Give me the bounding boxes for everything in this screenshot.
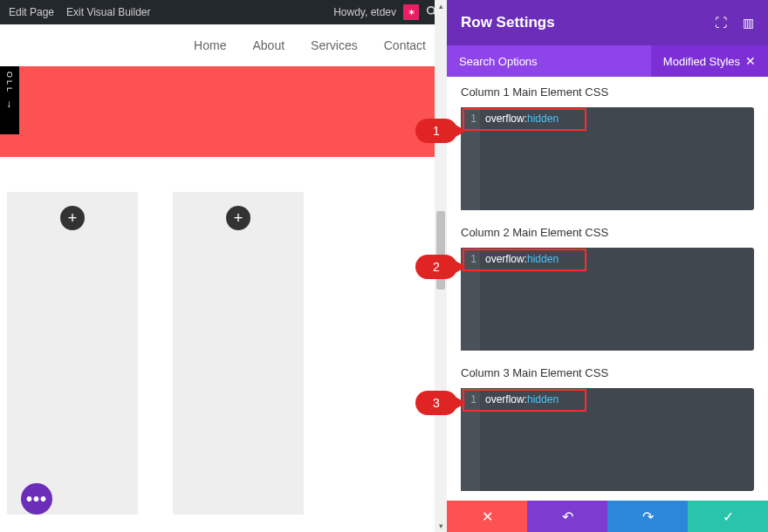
- callout-1: 1: [415, 119, 457, 143]
- site-nav: Home About Services Contact: [0, 24, 447, 66]
- column-1[interactable]: +: [7, 192, 138, 515]
- howdy-text: Howdy, etdev: [333, 6, 396, 18]
- callout-number: 3: [415, 391, 457, 415]
- css-field-1: Column 1 Main Element CSS 1 overflow:hid…: [461, 85, 754, 210]
- expand-icon[interactable]: ⛶: [715, 16, 727, 30]
- nav-services[interactable]: Services: [311, 38, 358, 52]
- callout-3: 3: [415, 391, 457, 415]
- snap-icon[interactable]: ▥: [743, 16, 754, 30]
- panel-title: Row Settings: [461, 14, 715, 31]
- nav-contact[interactable]: Contact: [384, 38, 426, 52]
- code-editor[interactable]: 1 overflow:hidden: [461, 107, 754, 210]
- code-editor[interactable]: 1 overflow:hidden: [461, 388, 754, 491]
- add-module-button[interactable]: +: [60, 206, 85, 230]
- scroll-tab-label: OLL: [5, 72, 14, 94]
- css-value: hidden: [527, 393, 559, 406]
- scroll-down-icon[interactable]: ▾: [435, 520, 447, 532]
- column-2[interactable]: +: [173, 192, 304, 515]
- save-button[interactable]: ✓: [688, 501, 768, 532]
- scroll-up-icon[interactable]: ▴: [435, 0, 447, 12]
- scroll-tab[interactable]: OLL ↓: [0, 66, 19, 134]
- nav-about[interactable]: About: [252, 38, 285, 52]
- field-label: Column 3 Main Element CSS: [461, 366, 754, 379]
- edit-page-link[interactable]: Edit Page: [9, 6, 54, 18]
- star-icon[interactable]: ✶: [403, 4, 419, 20]
- tab-modified-label: Modified Styles: [663, 55, 740, 68]
- add-module-button[interactable]: +: [226, 206, 250, 230]
- close-icon[interactable]: ✕: [745, 54, 756, 68]
- tab-search-options[interactable]: Search Options: [447, 45, 550, 77]
- panel-header: Row Settings ⛶ ▥: [447, 0, 768, 45]
- undo-button[interactable]: ↶: [527, 501, 607, 532]
- builder-fab[interactable]: •••: [21, 483, 52, 515]
- columns-area: + +: [0, 157, 447, 515]
- css-prop: overflow:: [485, 393, 527, 406]
- css-field-2: Column 2 Main Element CSS 1 overflow:hid…: [461, 226, 754, 351]
- css-value: hidden: [527, 253, 559, 265]
- panel-tabs: Search Options Modified Styles ✕: [447, 45, 768, 77]
- css-value: hidden: [527, 113, 559, 125]
- hero-section: OLL ↓: [0, 66, 447, 157]
- redo-button[interactable]: ↷: [607, 501, 688, 532]
- css-prop: overflow:: [485, 253, 527, 265]
- page-preview: Edit Page Exit Visual Builder Howdy, etd…: [0, 0, 447, 532]
- css-field-3: Column 3 Main Element CSS 1 overflow:hid…: [461, 366, 754, 491]
- admin-bar: Edit Page Exit Visual Builder Howdy, etd…: [0, 0, 447, 24]
- css-prop: overflow:: [485, 113, 527, 125]
- code-editor[interactable]: 1 overflow:hidden: [461, 248, 754, 351]
- field-label: Column 2 Main Element CSS: [461, 226, 754, 239]
- svg-point-0: [428, 6, 435, 13]
- exit-vb-link[interactable]: Exit Visual Builder: [66, 6, 151, 18]
- callout-number: 2: [415, 255, 457, 279]
- arrow-down-icon: ↓: [6, 98, 13, 110]
- tab-modified-styles[interactable]: Modified Styles ✕: [651, 45, 768, 77]
- panel-body: Column 1 Main Element CSS 1 overflow:hid…: [447, 77, 768, 501]
- settings-panel: Row Settings ⛶ ▥ Search Options Modified…: [447, 0, 768, 532]
- cancel-button[interactable]: ✕: [447, 501, 527, 532]
- nav-home[interactable]: Home: [194, 38, 226, 52]
- callout-number: 1: [415, 119, 457, 143]
- panel-footer: ✕ ↶ ↷ ✓: [447, 501, 768, 532]
- field-label: Column 1 Main Element CSS: [461, 85, 754, 99]
- callout-2: 2: [415, 255, 457, 279]
